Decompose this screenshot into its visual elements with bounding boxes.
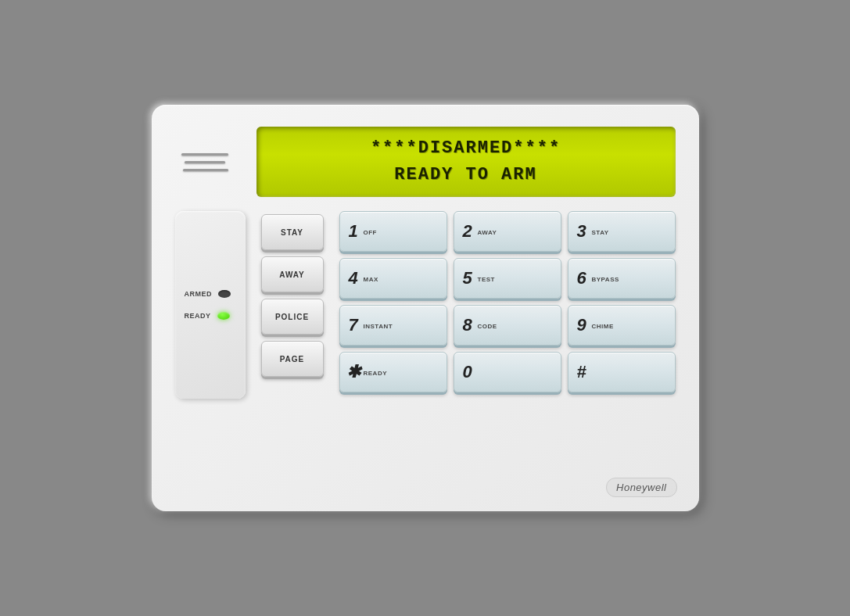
num-btn-3[interactable]: 3STAY	[568, 211, 676, 252]
keypad-body: ****DISARMED**** READY TO ARM ARMED READ…	[152, 105, 699, 511]
num-digit-7: 7	[346, 317, 360, 334]
lcd-line-1: ****DISARMED****	[371, 138, 561, 159]
armed-indicator-row: ARMED	[185, 290, 236, 298]
num-label-7: INSTANT	[364, 323, 393, 330]
armed-led	[218, 290, 231, 298]
num-btn-5[interactable]: 5TEST	[454, 258, 561, 299]
num-digit-4: 4	[346, 270, 360, 287]
func-btn-stay[interactable]: STAY	[261, 214, 324, 250]
num-btn-1[interactable]: 1OFF	[339, 211, 447, 252]
ready-led	[217, 312, 230, 320]
honeywell-logo: Honeywell	[606, 478, 676, 497]
num-digit-2: 2	[461, 223, 475, 240]
num-label-4: MAX	[364, 276, 378, 283]
lcd-line-2: READY TO ARM	[394, 165, 536, 185]
indicator-panel: ARMED READY	[175, 211, 246, 399]
num-label-9: CHIME	[592, 323, 614, 330]
speaker-line-1	[181, 153, 228, 156]
bottom-section: ARMED READY STAYAWAYPOLICEPAGE 1OFF2AWAY…	[175, 211, 676, 399]
num-btn-8[interactable]: 8CODE	[454, 305, 561, 346]
num-btn-2[interactable]: 2AWAY	[454, 211, 561, 252]
num-label-3: STAY	[592, 229, 609, 236]
num-digit-0: 0	[461, 364, 475, 381]
numpad: 1OFF2AWAY3STAY4MAX5TEST6BYPASS7INSTANT8C…	[339, 211, 676, 392]
num-btn-pound[interactable]: #	[568, 352, 676, 392]
num-label-star: READY	[364, 370, 388, 377]
num-btn-7[interactable]: 7INSTANT	[339, 305, 447, 346]
ready-indicator-row: READY	[185, 312, 236, 320]
num-btn-star[interactable]: ✱READY	[339, 352, 447, 392]
num-btn-4[interactable]: 4MAX	[339, 258, 447, 299]
num-label-6: BYPASS	[592, 276, 619, 283]
num-digit-8: 8	[461, 317, 475, 334]
num-digit-1: 1	[346, 223, 360, 240]
num-label-1: OFF	[364, 229, 378, 236]
func-btn-away[interactable]: AWAY	[261, 256, 324, 292]
func-btn-page[interactable]: PAGE	[261, 341, 324, 377]
num-digit-star: ✱	[346, 364, 360, 381]
num-label-8: CODE	[478, 323, 497, 330]
ready-label: READY	[185, 312, 211, 320]
speaker-line-2	[185, 161, 225, 163]
num-btn-6[interactable]: 6BYPASS	[568, 258, 676, 299]
num-label-5: TEST	[478, 276, 495, 283]
armed-label: ARMED	[185, 290, 213, 298]
num-btn-9[interactable]: 9CHIME	[568, 305, 676, 346]
num-digit-pound: #	[575, 364, 589, 381]
top-section: ****DISARMED**** READY TO ARM	[175, 127, 676, 197]
num-digit-3: 3	[575, 223, 589, 240]
speaker	[175, 145, 238, 179]
num-label-2: AWAY	[478, 229, 497, 236]
func-btn-police[interactable]: POLICE	[261, 299, 324, 335]
lcd-display: ****DISARMED**** READY TO ARM	[256, 127, 676, 197]
function-keys: STAYAWAYPOLICEPAGE	[261, 211, 324, 380]
num-digit-6: 6	[575, 270, 589, 287]
speaker-line-3	[183, 169, 228, 171]
num-btn-0[interactable]: 0	[454, 352, 561, 392]
num-digit-5: 5	[461, 270, 475, 287]
num-digit-9: 9	[575, 317, 589, 334]
